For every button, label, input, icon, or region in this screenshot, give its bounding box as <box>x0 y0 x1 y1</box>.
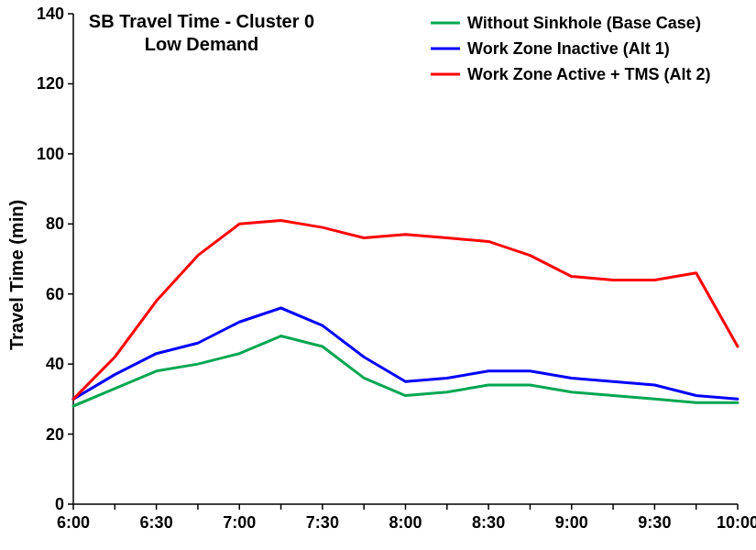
x-tick-label: 9:00 <box>555 513 588 532</box>
y-tick-label: 20 <box>46 425 64 444</box>
y-axis-label: Travel Time (min) <box>6 200 27 350</box>
legend: Without Sinkhole (Base Case)Work Zone In… <box>431 14 711 83</box>
series-line <box>73 336 738 406</box>
line-chart: Travel Time (min) SB Travel Time - Clust… <box>0 0 756 550</box>
y-tick-label: 80 <box>46 214 64 233</box>
chart-subtitle: Low Demand <box>145 34 258 54</box>
y-tick-label: 120 <box>37 74 64 93</box>
legend-label: Work Zone Active + TMS (Alt 2) <box>467 65 711 83</box>
x-tick-label: 6:00 <box>57 513 90 532</box>
x-tick-label: 7:00 <box>223 513 256 532</box>
legend-label: Work Zone Inactive (Alt 1) <box>467 39 670 58</box>
y-tick-label: 0 <box>55 495 64 513</box>
x-tick-label: 8:00 <box>389 513 422 532</box>
x-tick-label: 6:30 <box>140 513 173 532</box>
x-tick-label: 10:00 <box>717 513 756 532</box>
x-tick-label: 7:30 <box>306 513 339 532</box>
x-tick-label: 9:30 <box>638 513 671 532</box>
chart-container: Travel Time (min) SB Travel Time - Clust… <box>0 0 756 550</box>
y-tick-label: 100 <box>37 145 64 163</box>
series-line <box>73 220 738 399</box>
legend-label: Without Sinkhole (Base Case) <box>467 14 701 32</box>
chart-title: SB Travel Time - Cluster 0 <box>89 11 314 31</box>
x-tick-label: 8:30 <box>472 513 505 532</box>
y-tick-label: 40 <box>46 355 64 373</box>
series-line <box>73 308 738 399</box>
y-tick-label: 140 <box>37 5 64 23</box>
y-tick-label: 60 <box>46 285 64 303</box>
